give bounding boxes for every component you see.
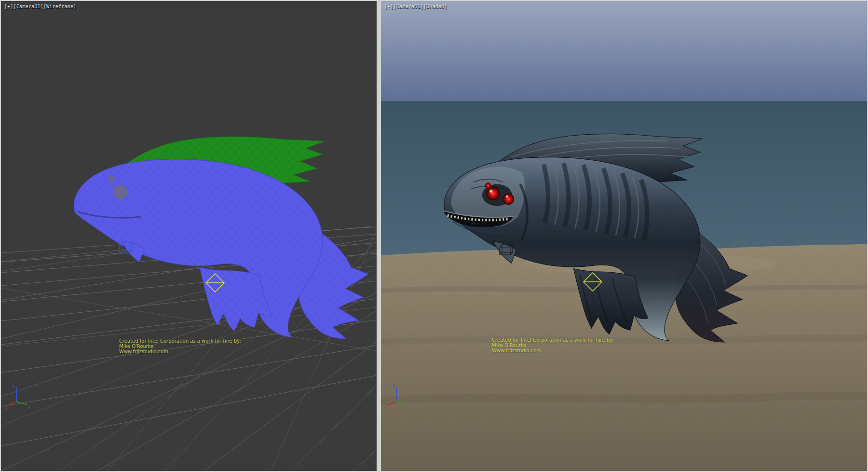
eye-highlight <box>489 190 492 193</box>
viewport-menu-pov[interactable]: [+] <box>4 4 14 9</box>
watermark-line3: Www.frilzstudio.com <box>492 348 614 353</box>
axis-y-line <box>16 402 27 405</box>
axis-x-line <box>387 402 396 405</box>
wireframe-scene <box>1 1 377 471</box>
watermark-line2: Mike O'Rourke <box>119 344 241 349</box>
viewport-menu-shading[interactable]: [Wireframe] <box>43 4 76 9</box>
viewport-label: [+][Camera01][Wireframe] <box>4 4 76 9</box>
watermark-line2: Mike O'Rourke <box>492 343 614 348</box>
watermark-line1: Created for Intel Corporation as a work … <box>492 337 614 343</box>
axis-z-label: z <box>393 384 394 389</box>
viewport-menu-camera[interactable]: [Camera01] <box>393 4 423 9</box>
eye-highlight <box>506 195 508 198</box>
fish-eye <box>487 187 500 200</box>
fish-eye-small <box>485 182 491 188</box>
viewport-label: [+][Camera01][Shaded] <box>384 4 448 9</box>
viewport-wireframe[interactable]: [+][Camera01][Wireframe] Created for Int… <box>1 1 377 471</box>
watermark: Created for Intel Corporation as a work … <box>119 338 241 354</box>
viewport-menu-shading[interactable]: [Shaded] <box>423 4 448 9</box>
viewport-shaded[interactable]: [+][Camera01][Shaded] Created for Intel … <box>381 1 867 471</box>
axis-y-line <box>396 402 407 405</box>
fish-eye <box>503 194 514 205</box>
axis-x-label: x <box>5 406 7 409</box>
axis-z-label: z <box>13 384 14 389</box>
world-axis-gizmo: z x y <box>5 382 36 409</box>
shaded-scene <box>381 1 867 471</box>
axis-x-label: x <box>385 406 387 409</box>
axis-x-line <box>7 402 16 405</box>
axis-y-label: y <box>408 405 410 409</box>
viewport-menu-camera[interactable]: [Camera01] <box>14 4 43 9</box>
fish-eye-small <box>108 176 115 182</box>
watermark: Created for Intel Corporation as a work … <box>492 337 614 353</box>
sky <box>381 1 867 101</box>
watermark-line1: Created for Intel Corporation as a work … <box>119 338 241 344</box>
axis-y-label: y <box>28 405 30 409</box>
world-axis-gizmo: z x y <box>385 382 416 409</box>
fish-eye <box>113 185 127 199</box>
watermark-line3: Www.frilzstudio.com <box>119 349 241 354</box>
dual-viewport-frame: [+][Camera01][Wireframe] Created for Int… <box>0 0 868 472</box>
viewport-menu-pov[interactable]: [+] <box>384 4 393 9</box>
